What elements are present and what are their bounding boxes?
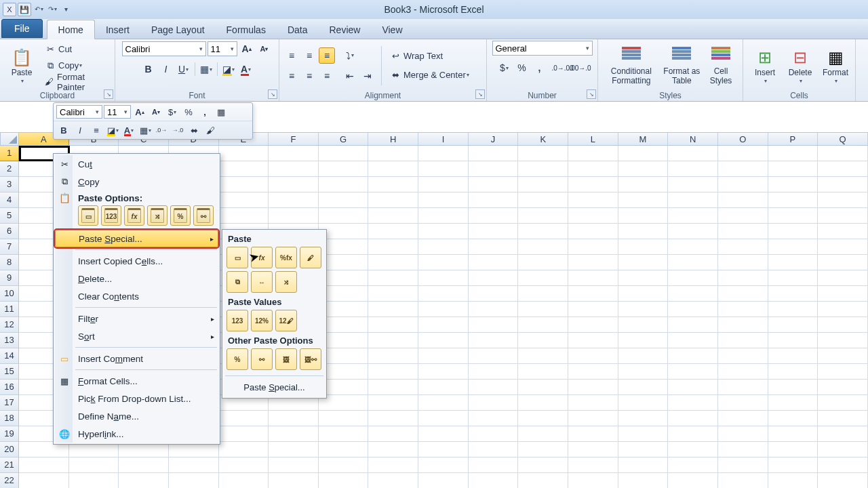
col-header-J[interactable]: J — [469, 133, 519, 145]
cell[interactable] — [368, 192, 418, 208]
cell[interactable] — [768, 442, 818, 458]
cell[interactable] — [368, 302, 418, 317]
cell[interactable] — [718, 208, 768, 224]
cell[interactable] — [768, 473, 818, 488]
font-size-combo[interactable]: 11▾ — [208, 41, 237, 56]
cell[interactable] — [418, 192, 469, 208]
row-header-10[interactable]: 10 — [0, 286, 19, 302]
row-header-5[interactable]: 5 — [0, 208, 19, 224]
cell[interactable] — [768, 317, 818, 333]
ctx-cut[interactable]: ✂Cut — [55, 155, 218, 173]
cell[interactable] — [169, 473, 219, 488]
paste-opt-formulas[interactable]: fx — [124, 205, 144, 226]
cell[interactable] — [269, 426, 319, 442]
cell[interactable] — [718, 239, 768, 255]
cell[interactable] — [718, 364, 768, 380]
sub-other-formatting[interactable]: % — [226, 348, 248, 370]
cell[interactable] — [469, 333, 519, 348]
paste-opt-values[interactable]: 123 — [101, 205, 121, 226]
row-header-13[interactable]: 13 — [0, 333, 19, 348]
merge-center-button[interactable]: ⬌Merge & Center▾ — [387, 68, 472, 83]
cell[interactable] — [618, 192, 669, 208]
ctx-define-name[interactable]: Define Name... — [55, 407, 218, 425]
bold-button[interactable]: B — [140, 61, 157, 77]
cell[interactable] — [219, 442, 269, 458]
cell[interactable] — [518, 364, 568, 380]
cell[interactable] — [718, 286, 768, 302]
cell[interactable] — [518, 473, 568, 488]
cell[interactable] — [19, 473, 69, 488]
insert-cells-button[interactable]: ⊞Insert▾ — [747, 45, 783, 85]
sub-paste-keep-source[interactable]: 🖌 — [300, 247, 321, 268]
ctx-sort[interactable]: Sort▸ — [55, 327, 218, 345]
cell[interactable] — [618, 364, 669, 380]
col-header-M[interactable]: M — [618, 133, 669, 145]
cell[interactable] — [469, 380, 519, 395]
cell[interactable] — [469, 177, 519, 192]
format-cells-button[interactable]: ▦Format▾ — [818, 45, 853, 85]
underline-button[interactable]: U▾ — [176, 61, 192, 77]
cell[interactable] — [219, 146, 269, 161]
qat-redo-icon[interactable]: ↷▾ — [46, 3, 58, 15]
cell[interactable] — [618, 286, 669, 302]
cell[interactable] — [319, 192, 369, 208]
mini-percent-icon[interactable]: % — [181, 104, 196, 119]
cell[interactable] — [768, 177, 818, 192]
cell[interactable] — [768, 208, 818, 224]
cell[interactable] — [469, 458, 519, 473]
ctx-copy[interactable]: ⧉Copy — [55, 173, 218, 190]
mini-borders2-icon[interactable]: ▦▾ — [138, 123, 153, 138]
row-header-11[interactable]: 11 — [0, 302, 19, 317]
cell[interactable] — [768, 411, 818, 426]
cell[interactable] — [69, 458, 119, 473]
currency-button[interactable]: $▾ — [496, 60, 513, 76]
cell[interactable] — [469, 348, 519, 364]
row-header-21[interactable]: 21 — [0, 458, 19, 473]
col-header-P[interactable]: P — [768, 133, 818, 145]
increase-indent-icon[interactable]: ⇥ — [359, 68, 376, 84]
cell[interactable] — [768, 333, 818, 348]
mini-grow-font-icon[interactable]: A▴ — [132, 104, 147, 119]
cell[interactable] — [568, 380, 618, 395]
mini-fill-color-icon[interactable]: ◪▾ — [105, 123, 120, 138]
cell[interactable] — [818, 192, 868, 208]
font-name-combo[interactable]: Calibri▾ — [122, 41, 206, 56]
cell[interactable] — [768, 255, 818, 270]
cell[interactable] — [418, 333, 469, 348]
cell[interactable] — [568, 192, 618, 208]
cell[interactable] — [618, 177, 669, 192]
cell[interactable] — [818, 411, 868, 426]
format-painter-button[interactable]: 🖌Format Painter — [42, 75, 111, 89]
copy-button[interactable]: ⧉Copy▾ — [42, 58, 111, 73]
cell[interactable] — [818, 224, 868, 239]
cell[interactable] — [668, 473, 718, 488]
cell[interactable] — [668, 302, 718, 317]
cell[interactable] — [368, 458, 418, 473]
cell[interactable] — [718, 192, 768, 208]
cell[interactable] — [518, 333, 568, 348]
col-header-L[interactable]: L — [568, 133, 618, 145]
cell[interactable] — [319, 426, 369, 442]
cell[interactable] — [568, 458, 618, 473]
align-right-icon[interactable]: ≡ — [319, 68, 335, 84]
cell[interactable] — [718, 442, 768, 458]
cell[interactable] — [818, 442, 868, 458]
col-header-G[interactable]: G — [319, 133, 369, 145]
format-as-table-button[interactable]: Format as Table — [660, 44, 703, 86]
cell[interactable] — [818, 333, 868, 348]
cell[interactable] — [618, 239, 669, 255]
cell[interactable] — [418, 411, 469, 426]
cell[interactable] — [818, 473, 868, 488]
sub-values[interactable]: 123 — [226, 310, 248, 331]
tab-formulas[interactable]: Formulas — [216, 20, 277, 39]
cell[interactable] — [568, 286, 618, 302]
cell[interactable] — [518, 380, 568, 395]
cell[interactable] — [518, 192, 568, 208]
cell[interactable] — [518, 208, 568, 224]
cell[interactable] — [718, 473, 768, 488]
cell[interactable] — [469, 224, 519, 239]
cell[interactable] — [368, 395, 418, 411]
mini-currency-icon[interactable]: $▾ — [165, 104, 180, 119]
cell[interactable] — [518, 458, 568, 473]
cell[interactable] — [69, 473, 119, 488]
